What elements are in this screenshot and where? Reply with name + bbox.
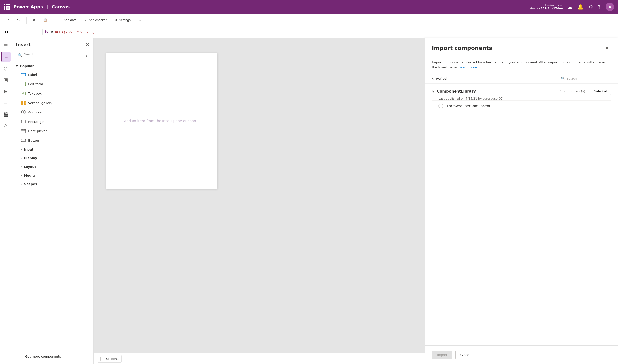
label-text: Label: [28, 73, 37, 77]
layout-chevron: ›: [21, 165, 22, 168]
shapes-subsection[interactable]: › Shapes: [12, 180, 93, 188]
variables-icon[interactable]: ≡: [1, 98, 11, 107]
settings-label: Settings: [119, 18, 131, 22]
import-toolbar: ↻ Refresh 🔍: [425, 74, 618, 84]
rectangle-text: Rectangle: [28, 120, 44, 124]
get-more-label: Get more components: [25, 355, 61, 358]
insert-item-add-icon[interactable]: Add icon: [12, 107, 93, 117]
fx-icon: fx: [45, 30, 49, 34]
paste-icon: 📋: [43, 18, 47, 22]
shapes-label: Shapes: [24, 182, 37, 186]
insert-item-edit-form[interactable]: Edit form: [12, 79, 93, 89]
undo-button[interactable]: ↩: [4, 17, 12, 23]
topbar: Power Apps | Canvas Environment AuroraBA…: [0, 0, 618, 14]
svg-rect-18: [21, 120, 25, 123]
popular-section-header[interactable]: ▼ Popular: [12, 62, 93, 70]
insert-item-rectangle[interactable]: Rectangle: [12, 117, 93, 126]
component-item: FormWrapperComponent: [432, 100, 611, 111]
insert-item-text-box[interactable]: ab| Text box: [12, 89, 93, 98]
redo-button[interactable]: ↪: [15, 17, 22, 23]
gear-icon[interactable]: ⚙: [589, 4, 593, 10]
data-icon[interactable]: ⬡: [1, 64, 11, 73]
get-more-components-button[interactable]: Get more components: [16, 352, 89, 361]
screen-tab-label: Screen1: [106, 357, 119, 361]
env-name: AuroraBAP Env174ee: [530, 7, 563, 10]
property-select[interactable]: Fill: [3, 29, 43, 35]
svg-rect-19: [21, 129, 26, 133]
more-button[interactable]: ···: [136, 17, 144, 23]
close-import-icon[interactable]: ✕: [603, 44, 611, 52]
toolbar: ↩ ↪ ⧉ 📋 + Add data ✓ App checker ⚙ Setti…: [0, 14, 618, 26]
refresh-button[interactable]: ↻ Refresh: [432, 77, 448, 80]
display-label: Display: [24, 156, 37, 160]
formula-value[interactable]: RGBA(255, 255, 255, 1): [55, 30, 101, 34]
svg-rect-14: [24, 104, 26, 105]
import-description: Import components created by other peopl…: [425, 56, 618, 74]
add-data-label: Add data: [64, 18, 77, 22]
insert-panel: Insert ✕ 🔍 ⋮⋮ ▼ Popular Label: [12, 38, 94, 364]
library-chevron-icon[interactable]: ∨: [432, 89, 434, 93]
display-subsection[interactable]: › Display: [12, 154, 93, 162]
library-meta: Last published on 7/15/21 by aurorauser0…: [438, 97, 611, 100]
canvas-board: Add an item from the Insert pane or conn…: [106, 53, 217, 189]
text-box-icon: ab|: [21, 91, 26, 96]
toolbar-separator-2: [54, 17, 54, 24]
help-icon[interactable]: ?: [598, 4, 601, 10]
waffle-icon[interactable]: [4, 4, 10, 10]
sidebar-icons: ☰ + ⬡ ▣ ⊞ ≡ 🎬 ⚠: [0, 38, 12, 364]
screen-checkbox[interactable]: [100, 357, 104, 361]
input-subsection[interactable]: › Input: [12, 145, 93, 154]
environment-info: Environment AuroraBAP Env174ee: [530, 4, 563, 10]
close-button[interactable]: Close: [455, 351, 475, 359]
svg-rect-11: [21, 102, 23, 104]
insert-item-vertical-gallery[interactable]: Vertical gallery: [12, 98, 93, 107]
import-search-icon: 🔍: [561, 77, 565, 80]
search-options-icon[interactable]: ⋮⋮: [81, 53, 88, 57]
screens-icon[interactable]: ▣: [1, 75, 11, 84]
settings-button[interactable]: ⚙ Settings: [112, 17, 133, 23]
paste-button[interactable]: 📋: [41, 17, 50, 23]
import-search-input[interactable]: [566, 77, 611, 80]
nav-icon[interactable]: ☰: [1, 41, 11, 50]
search-input[interactable]: [16, 51, 89, 58]
bell-icon[interactable]: 🔔: [577, 4, 584, 10]
undo-icon: ↩: [6, 18, 9, 22]
component-radio[interactable]: [438, 104, 443, 108]
media-icon[interactable]: 🎬: [1, 109, 11, 119]
add-data-button[interactable]: + Add data: [58, 17, 79, 23]
main-layout: ☰ + ⬡ ▣ ⊞ ≡ 🎬 ⚠ Insert ✕ 🔍 ⋮⋮ ▼ Popular: [0, 38, 618, 364]
select-all-button[interactable]: Select all: [591, 88, 611, 95]
copy-button[interactable]: ⧉: [30, 17, 38, 24]
avatar[interactable]: A: [606, 3, 614, 11]
canvas-label: Canvas: [52, 4, 70, 9]
get-more-icon: [19, 354, 23, 359]
env-label: Environment: [545, 4, 563, 7]
insert-item-date-picker[interactable]: Date picker: [12, 126, 93, 136]
screen-tab[interactable]: Screen1: [98, 355, 122, 363]
insert-items-list: ▼ Popular Label Edit form ab| Text bo: [12, 61, 93, 349]
media-label: Media: [24, 174, 35, 177]
layout-subsection[interactable]: › Layout: [12, 162, 93, 171]
display-chevron: ›: [21, 156, 22, 160]
insert-item-label[interactable]: Label: [12, 70, 93, 79]
layout-label: Layout: [24, 165, 36, 169]
search-icon: 🔍: [18, 53, 22, 57]
insert-item-button[interactable]: Button: [12, 136, 93, 145]
insert-nav-icon[interactable]: +: [1, 52, 11, 62]
svg-text:ab|: ab|: [22, 92, 25, 95]
alerts-icon[interactable]: ⚠: [1, 121, 11, 130]
import-footer: Import Close: [425, 345, 618, 364]
media-subsection[interactable]: › Media: [12, 171, 93, 180]
import-button[interactable]: Import: [432, 351, 452, 359]
svg-rect-13: [21, 104, 23, 105]
add-data-icon: +: [60, 18, 62, 22]
shapes-chevron: ›: [21, 182, 22, 186]
popular-chevron: ▼: [16, 64, 18, 68]
canvas-content[interactable]: Add an item from the Insert pane or conn…: [94, 38, 425, 353]
components-icon[interactable]: ⊞: [1, 86, 11, 96]
learn-more-link[interactable]: Learn more: [459, 65, 477, 69]
import-search-container: 🔍: [561, 77, 611, 80]
close-insert-icon[interactable]: ✕: [86, 42, 89, 47]
import-header: Import components ✕: [425, 38, 618, 56]
app-checker-button[interactable]: ✓ App checker: [82, 17, 109, 23]
